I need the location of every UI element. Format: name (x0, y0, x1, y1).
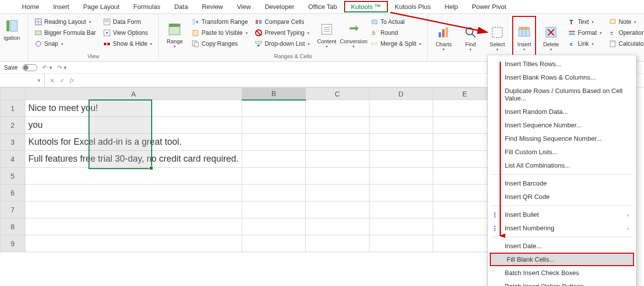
cell[interactable] (305, 117, 369, 134)
tab-kutools-plus[interactable]: Kutools Plus (388, 1, 438, 12)
delete-button[interactable]: Delete ▾ (539, 16, 563, 58)
cell[interactable] (369, 117, 433, 134)
tab-view[interactable]: View (230, 1, 258, 12)
menu-item[interactable]: Insert Blank Rows & Columns... (488, 71, 636, 84)
dropdown-list-button[interactable]: Drop-down List▾ (253, 39, 312, 49)
menu-item[interactable]: Batch Insert Check Boxes (488, 266, 636, 280)
cell[interactable] (242, 151, 305, 168)
menu-item[interactable]: Insert Date... (488, 239, 636, 253)
row-header[interactable]: 3 (0, 134, 25, 151)
tab-office-tab[interactable]: Office Tab (301, 1, 344, 12)
cell[interactable] (305, 218, 369, 235)
cell[interactable] (305, 168, 369, 185)
cell[interactable] (369, 100, 433, 117)
compare-cells-button[interactable]: Compare Cells (253, 17, 312, 27)
redo-button[interactable]: ↷ ▾ (57, 64, 67, 71)
col-header-C[interactable]: C (305, 88, 369, 100)
text-button[interactable]: T Text▾ (566, 17, 604, 27)
tab-power-pivot[interactable]: Power Pivot (465, 1, 513, 12)
select-button[interactable]: Select ▾ (485, 16, 509, 58)
cancel-formula-icon[interactable]: ✕ (50, 77, 55, 84)
cell[interactable] (305, 134, 369, 151)
cell[interactable]: Nice to meet you! (25, 100, 242, 117)
undo-button[interactable]: ↶ ▾ (42, 64, 52, 71)
accept-formula-icon[interactable]: ✓ (60, 77, 65, 84)
cell[interactable] (369, 235, 433, 252)
cell[interactable] (242, 100, 305, 117)
menu-item[interactable]: Insert Bullet› (488, 208, 636, 221)
calculator-button[interactable]: Calculator (607, 39, 644, 49)
cell[interactable] (305, 201, 369, 218)
cell[interactable] (242, 117, 305, 134)
select-all-corner[interactable] (0, 88, 25, 100)
copy-ranges-button[interactable]: Copy Ranges (189, 39, 250, 49)
view-options-button[interactable]: View Options (101, 28, 154, 38)
row-header[interactable]: 6 (0, 185, 25, 201)
col-header-B[interactable]: B (242, 88, 305, 100)
tab-developer[interactable]: Developer (258, 1, 301, 12)
reading-layout-button[interactable]: Reading Layout▾ (32, 17, 98, 27)
tab-help[interactable]: Help (438, 1, 465, 12)
navigation-button[interactable]: igation (0, 16, 24, 41)
cell[interactable] (305, 185, 369, 201)
cell[interactable] (305, 151, 369, 168)
menu-item[interactable]: List All Combinations... (488, 159, 636, 172)
menu-item[interactable]: Insert QR Code (488, 190, 636, 203)
range-button[interactable]: Range ▾ (163, 16, 186, 52)
round-button[interactable]: .5 Round (368, 28, 423, 38)
link-button[interactable]: Link▾ (566, 39, 604, 49)
merge-split-button[interactable]: Merge & Split▾ (368, 39, 423, 49)
cell[interactable] (25, 235, 242, 252)
cell[interactable] (305, 100, 369, 117)
menu-item[interactable]: Batch Insert Option Buttons (488, 280, 636, 286)
conversion-button[interactable]: Conversion ▾ (342, 16, 366, 52)
menu-item[interactable]: Insert Numbering› (488, 221, 636, 235)
fx-icon[interactable]: fx (70, 77, 74, 84)
cell[interactable] (369, 151, 433, 168)
charts-button[interactable]: Charts ▾ (432, 16, 456, 58)
cell[interactable] (242, 185, 305, 201)
cell[interactable]: Kutools for Excel add-in is a great tool… (25, 134, 242, 151)
operation-button[interactable]: ± Operation (607, 28, 644, 38)
col-header-D[interactable]: D (369, 88, 433, 100)
menu-item[interactable]: Insert Sequence Number... (488, 118, 636, 132)
cell[interactable] (369, 185, 433, 201)
col-header-A[interactable]: A (25, 88, 242, 100)
row-header[interactable]: 9 (0, 235, 25, 252)
cell[interactable] (369, 168, 433, 185)
row-header[interactable]: 2 (0, 117, 25, 134)
cell[interactable] (242, 218, 305, 235)
bigger-formula-bar-button[interactable]: Bigger Formula Bar (32, 28, 98, 38)
show-hide-button[interactable]: Show & Hide▾ (101, 39, 154, 49)
find-button[interactable]: Find ▾ (459, 16, 482, 58)
row-header[interactable]: 1 (0, 100, 25, 117)
format-button[interactable]: Format▾ (566, 28, 604, 38)
menu-item[interactable]: Insert Random Data... (488, 105, 636, 118)
menu-item[interactable]: Fill Blank Cells... (490, 253, 634, 266)
cell[interactable] (25, 185, 242, 201)
cell[interactable] (25, 201, 242, 218)
tab-kutools[interactable]: Kutools ™ (344, 1, 388, 12)
tab-page-layout[interactable]: Page Layout (76, 1, 126, 12)
cell[interactable] (25, 168, 242, 185)
content-button[interactable]: Content ▾ (315, 16, 339, 52)
tab-formulas[interactable]: Formulas (126, 1, 167, 12)
cell[interactable] (369, 218, 433, 235)
transform-range-button[interactable]: Transform Range (189, 17, 250, 27)
cell[interactable] (242, 168, 305, 185)
row-header[interactable]: 8 (0, 218, 25, 235)
cell[interactable]: Full features free trial 30-day, no cred… (25, 151, 242, 168)
tab-data[interactable]: Data (167, 1, 194, 12)
menu-item[interactable]: Duplicate Rows / Columns Based on Cell V… (488, 84, 636, 105)
menu-item[interactable]: Insert Barcode (488, 177, 636, 190)
tab-review[interactable]: Review (195, 1, 230, 12)
tab-insert[interactable]: Insert (46, 1, 77, 12)
tab-home[interactable]: Home (15, 1, 46, 12)
cell[interactable] (369, 134, 433, 151)
insert-button[interactable]: Insert ▾ (512, 16, 536, 58)
menu-item[interactable]: Find Missing Sequence Number... (488, 132, 636, 145)
snap-button[interactable]: Snap▾ (32, 39, 98, 49)
row-header[interactable]: 5 (0, 168, 25, 185)
note-button[interactable]: Note▾ (607, 17, 644, 27)
to-actual-button[interactable]: To Actual (368, 17, 423, 27)
